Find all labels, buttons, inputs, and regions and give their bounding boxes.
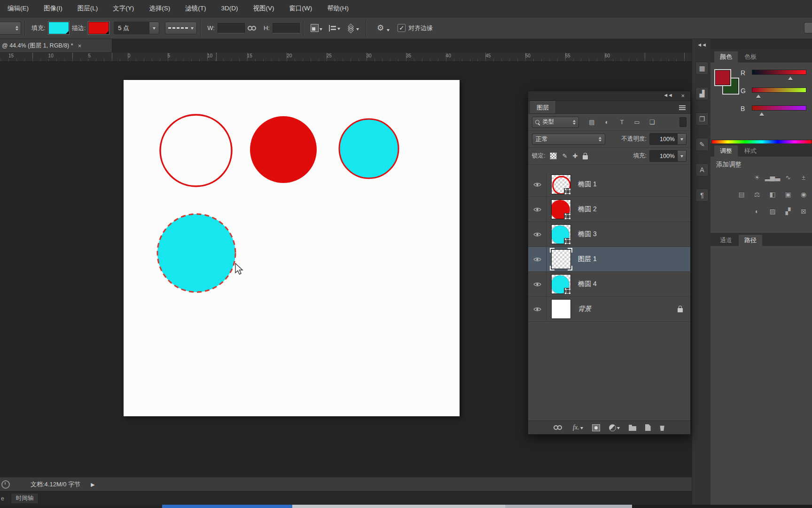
black-white-adjustment-icon[interactable]: ◧ [767,190,778,199]
path-alignment-button[interactable] [329,25,340,32]
channel-mixer-adjustment-icon[interactable]: ◉ [798,190,809,199]
layer-thumbnail[interactable] [551,199,571,219]
layer-thumbnail[interactable] [551,274,571,294]
dropdown-arrow-icon[interactable] [149,22,159,34]
menu-item-10[interactable]: 帮助(H) [320,0,356,17]
layer-visibility-eye-icon[interactable] [528,197,547,222]
menu-item-3[interactable]: 图层(L) [70,0,106,17]
color-tab-色板[interactable]: 色板 [739,51,762,63]
layer-row-椭圆 2[interactable]: 椭圆 2 [528,197,690,222]
horizontal-ruler[interactable]: 15105051015202530354045505560 [0,53,692,62]
tool-preset-picker[interactable] [0,22,21,35]
opacity-field[interactable]: 100% [649,133,687,145]
path-arrange-button[interactable] [347,24,359,32]
document-info[interactable]: 文档:4.12M/0 字节 [31,480,80,489]
expand-dock-icon[interactable]: ◄◄ [697,42,706,48]
status-expand-arrow[interactable]: ▶ [91,482,94,488]
channels-paths-tab-路径[interactable]: 路径 [739,235,762,246]
layer-thumbnail[interactable] [551,224,571,244]
new-group-icon[interactable] [629,424,636,431]
new-adjustment-layer-icon[interactable] [609,424,620,431]
channel-slider-thumb[interactable] [788,74,793,80]
layer-visibility-eye-icon[interactable] [528,172,547,197]
channel-slider-thumb[interactable] [759,110,764,116]
taskbar-segment-3[interactable] [292,505,505,508]
menu-item-2[interactable]: 图像(I) [36,0,70,17]
new-layer-icon[interactable] [645,424,651,431]
brightness-contrast-adjustment-icon[interactable]: ☀ [751,173,763,182]
blend-mode-select[interactable]: 正常 [532,134,605,145]
layer-filter-toggle[interactable] [679,117,687,127]
photo-filter-adjustment-icon[interactable]: ▣ [782,190,794,199]
geometry-options-button[interactable]: ⚙ [373,23,390,33]
dropdown-arrow-icon[interactable] [677,151,686,161]
lock-position-icon[interactable]: ✚ [572,152,578,159]
add-layer-mask-icon[interactable] [592,424,600,431]
fill-color-swatch[interactable] [48,22,69,34]
foreground-color-swatch[interactable] [715,70,730,85]
taskbar-segment-1[interactable] [0,505,162,508]
layer-thumbnail[interactable] [551,249,571,269]
selective-color-adjustment-icon[interactable]: ⊠ [798,206,809,216]
layer-visibility-eye-icon[interactable] [528,297,547,321]
brush-panel-icon[interactable]: ✎ [695,138,709,151]
path-operations-button[interactable] [311,24,322,32]
stroke-color-swatch[interactable] [88,22,109,34]
vibrance-adjustment-icon[interactable]: ▤ [736,190,747,199]
menu-item-1[interactable]: 编辑(E) [0,0,36,17]
channels-paths-tab-通道[interactable]: 通道 [714,235,738,246]
layer-row-椭圆 4[interactable]: 椭圆 4 [528,272,690,297]
character-panel-icon[interactable]: A [695,163,709,176]
taskbar-segment-2[interactable] [162,505,292,508]
filter-shape-layers-icon[interactable]: ▭ [632,119,641,126]
close-document-icon[interactable]: × [78,42,82,49]
layer-style-fx-icon[interactable]: fx. [573,424,583,431]
layer-thumbnail[interactable] [551,175,571,194]
filter-pixel-layers-icon[interactable]: ▤ [587,119,596,126]
taskbar-segment-5[interactable] [632,505,812,508]
stroke-type-select[interactable] [165,22,197,34]
cut-off-control[interactable] [804,22,812,33]
timeline-tab[interactable]: 时间轴 [11,493,39,504]
menu-item-6[interactable]: 滤镜(T) [178,0,213,17]
histogram-panel-icon[interactable]: ▟ [695,87,709,100]
menu-item-5[interactable]: 选择(S) [141,0,178,17]
layer-visibility-eye-icon[interactable] [528,272,547,296]
lock-transparent-pixels-icon[interactable] [550,152,557,159]
delete-layer-icon[interactable] [660,424,665,431]
color-balance-adjustment-icon[interactable]: ⚖ [751,190,763,199]
layer-row-背景[interactable]: 背景 [528,297,690,322]
windows-taskbar[interactable] [0,505,812,508]
invert-adjustment-icon[interactable]: ◐ [751,206,763,216]
color-tab-颜色[interactable]: 颜色 [714,51,738,63]
layer-row-椭圆 1[interactable]: 椭圆 1 [528,172,690,197]
panel-menu-icon[interactable] [679,105,686,106]
exposure-adjustment-icon[interactable]: ± [798,173,809,182]
levels-adjustment-icon[interactable]: ▂▅▃ [767,173,778,182]
stroke-width-select[interactable]: 5 点 [114,22,159,34]
close-panel-icon[interactable]: × [681,92,685,99]
clone-source-panel-icon[interactable]: ❐ [695,112,709,126]
menu-item-4[interactable]: 文字(Y) [105,0,141,17]
layer-row-椭圆 3[interactable]: 椭圆 3 [528,222,690,247]
filter-type-layers-icon[interactable]: T [617,119,626,126]
menu-item-8[interactable]: 视图(V) [246,0,282,17]
threshold-adjustment-icon[interactable]: ▞ [782,206,794,216]
posterize-adjustment-icon[interactable]: ▨ [767,206,778,216]
channel-slider-thumb[interactable] [756,92,761,98]
shape-width-input[interactable] [218,23,245,33]
layer-filter-type-select[interactable]: 类型 [532,117,579,128]
link-dimensions-icon[interactable] [248,25,258,31]
layers-panel-titlebar[interactable]: ◄◄ × [528,91,690,101]
artboard[interactable] [124,80,460,416]
dropdown-arrow-icon[interactable] [677,134,686,144]
layer-thumbnail[interactable] [551,299,571,319]
layers-panel-tab[interactable]: 图层 [530,101,556,113]
menu-item-9[interactable]: 窗口(W) [282,0,320,17]
adjustments-tab-样式[interactable]: 样式 [739,145,762,157]
filter-smart-objects-icon[interactable]: ❏ [648,119,656,126]
taskbar-segment-4[interactable] [505,505,632,508]
align-edges-checkbox[interactable]: ✓ [398,24,406,32]
curves-adjustment-icon[interactable]: ∿ [782,173,794,182]
properties-panel-icon[interactable]: ▦ [695,62,709,75]
